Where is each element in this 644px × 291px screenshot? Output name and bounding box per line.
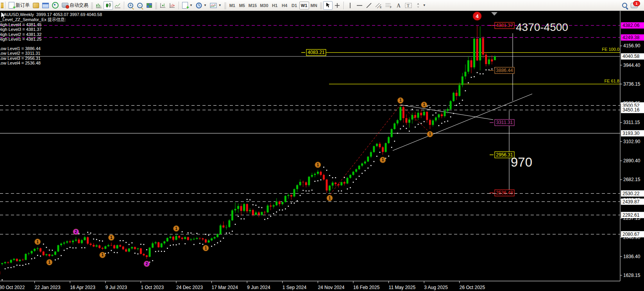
indicator-high-level1: High Level1 = 4381.25	[0, 37, 41, 41]
timeframe-M5[interactable]: M5	[237, 2, 247, 9]
svg-text:2439.87: 2439.87	[623, 199, 640, 205]
svg-text:3311.31: 3311.31	[496, 120, 513, 125]
svg-text:3736.15: 3736.15	[623, 81, 640, 87]
text-icon: A	[396, 2, 401, 8]
date-label: 17 Mar 2024	[212, 285, 238, 290]
text-button[interactable]: A	[394, 1, 403, 10]
svg-text:3193.30: 3193.30	[623, 131, 640, 136]
chart-window-icon	[42, 3, 49, 8]
auto-trading-button[interactable]: 自动交易	[60, 1, 90, 10]
search-button[interactable]	[620, 1, 629, 10]
new-order-button[interactable]: 新订单	[7, 1, 31, 10]
svg-text:2890.40: 2890.40	[623, 158, 640, 163]
templates-button[interactable]: ▼	[208, 1, 223, 10]
svg-text:1: 1	[317, 163, 319, 167]
cursor-button[interactable]	[323, 1, 333, 10]
fibonacci-button[interactable]: F	[384, 1, 394, 10]
date-label: 24 Nov 2024	[318, 285, 344, 290]
timeframe-W1[interactable]: W1	[299, 2, 309, 9]
arrows-button[interactable]: ▼	[413, 1, 428, 10]
chart-window-button[interactable]	[41, 1, 50, 10]
auto-trading-label: 自动交易	[70, 2, 88, 9]
tile-windows-button[interactable]	[145, 1, 154, 10]
svg-text:1: 1	[329, 196, 331, 200]
search-icon	[622, 3, 627, 8]
zoom-in-button[interactable]: +	[126, 1, 135, 10]
timeframe-D1[interactable]: D1	[290, 2, 299, 9]
svg-text:3311.15: 3311.15	[623, 120, 640, 125]
svg-text:1: 1	[101, 253, 104, 257]
indicator-high-level4: High Level4 = 4381.45	[0, 22, 41, 27]
bar-chart-button[interactable]	[94, 1, 104, 10]
timeframe-M15[interactable]: M15	[247, 2, 258, 9]
toolbar-grip[interactable]	[91, 2, 93, 9]
equidistant-channel-button[interactable]: E	[374, 1, 384, 10]
svg-text:2: 2	[146, 262, 148, 266]
svg-text:A: A	[397, 3, 401, 8]
crosshair-button[interactable]	[333, 1, 342, 10]
horizontal-line-button[interactable]	[355, 1, 364, 10]
signals-button[interactable]	[50, 1, 60, 10]
shift-end-button[interactable]	[158, 1, 168, 10]
svg-text:4382.06: 4382.06	[623, 23, 640, 28]
chat-icon: 1	[631, 3, 638, 8]
indicator-high-level2: High Level2 = 4381.32	[0, 32, 41, 37]
horizontal-line-icon	[356, 3, 363, 8]
chart-canvas[interactable]: FE 100.0FE 61.81211111411211114381.37388…	[0, 0, 644, 291]
date-label: 24 Dec 2023	[176, 285, 203, 290]
timeframe-H4[interactable]: H4	[280, 2, 290, 9]
annotation-970[interactable]: 970	[511, 155, 532, 169]
date-label: 1 Oct 2023	[141, 285, 164, 290]
trendline-button[interactable]	[364, 1, 374, 10]
annotation-4370-4500[interactable]: 4370-4500	[516, 21, 568, 33]
svg-text:2536.48: 2536.48	[496, 190, 513, 196]
indicators-button[interactable]: ▼	[181, 1, 194, 10]
new-order-icon	[9, 2, 14, 9]
timeframe-M30[interactable]: M30	[258, 2, 270, 9]
date-label: 3 Aug 2025	[424, 285, 448, 290]
auto-scroll-button[interactable]	[168, 1, 177, 10]
zoom-out-icon: -	[137, 3, 143, 8]
svg-text:2080.67: 2080.67	[623, 232, 640, 237]
svg-text:2682.15: 2682.15	[623, 177, 640, 182]
svg-text:4083.21: 4083.21	[308, 50, 325, 55]
svg-text:4156.90: 4156.90	[623, 43, 640, 48]
candlestick-chart-button[interactable]	[104, 1, 113, 10]
timeframe-group: M1M5M15M30H1H4D1W1MN	[227, 2, 319, 9]
svg-text:4: 4	[476, 13, 479, 19]
svg-text:1: 1	[429, 132, 431, 136]
vertical-line-button[interactable]	[345, 1, 355, 10]
package-icon	[33, 3, 39, 8]
toolbar-grip[interactable]	[224, 2, 226, 9]
auto-scroll-icon	[169, 3, 175, 8]
package-button[interactable]	[31, 1, 41, 10]
svg-text:F: F	[390, 6, 392, 9]
mt4-window: 新订单 自动交易 + - ▼	[0, 0, 644, 291]
indicators-icon	[182, 2, 188, 9]
toolbar-grip[interactable]	[155, 2, 157, 9]
vertical-line-icon	[348, 2, 352, 9]
periods-button[interactable]: ▼	[194, 1, 208, 10]
svg-text:1836.40: 1836.40	[623, 254, 640, 259]
svg-text:2530.22: 2530.22	[623, 191, 640, 196]
svg-text:1: 1	[48, 260, 51, 264]
date-label: 1 Sep 2024	[283, 285, 307, 290]
text-label-button[interactable]: T	[403, 1, 413, 10]
zoom-out-button[interactable]: -	[135, 1, 145, 10]
toolbar: 新订单 自动交易 + - ▼	[0, 0, 644, 11]
timeframe-MN[interactable]: MN	[309, 2, 319, 9]
shift-end-icon	[160, 3, 166, 8]
line-chart-button[interactable]	[113, 1, 122, 10]
candlestick-chart-icon	[105, 3, 111, 8]
timeframe-H1[interactable]: H1	[270, 2, 280, 9]
date-label: 26 Oct 2025	[460, 285, 485, 290]
svg-text:1: 1	[382, 158, 384, 162]
svg-text:3102.90: 3102.90	[623, 139, 640, 144]
toolbar-grip[interactable]	[320, 2, 322, 9]
symbol-ohlc-line: XAUUSD,Weekly 3999.17 4053.07 3997.69 40…	[1, 12, 102, 17]
timeframe-M1[interactable]: M1	[227, 2, 237, 9]
svg-text:4040.58: 4040.58	[623, 54, 640, 59]
chat-button[interactable]: 1	[629, 1, 639, 10]
crosshair-icon	[334, 2, 340, 9]
svg-text:2: 2	[75, 230, 77, 234]
